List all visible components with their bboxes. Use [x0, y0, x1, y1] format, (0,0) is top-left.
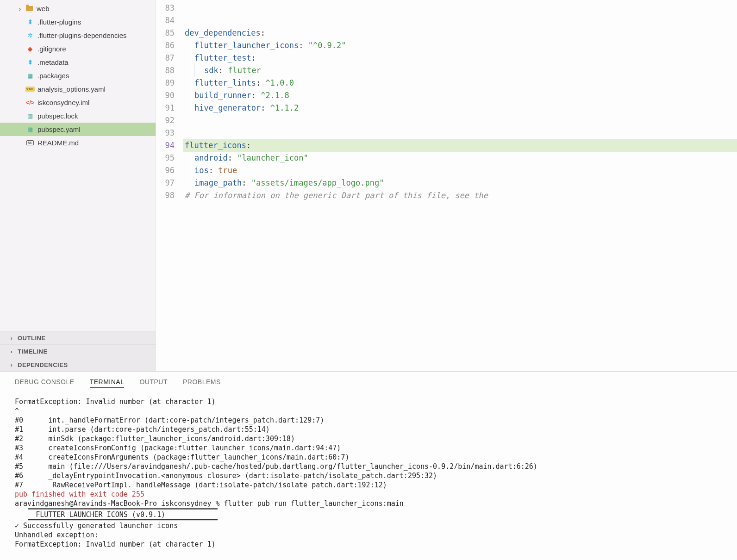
terminal-line: ✓ Successfully generated launcher icons	[15, 521, 722, 530]
code-token: flutter_icons	[185, 141, 246, 150]
sidebar-section[interactable]: ›OUTLINE	[0, 331, 156, 344]
code-line[interactable]	[183, 14, 737, 27]
section-label: DEPENDENCIES	[18, 361, 68, 368]
code-token: :	[242, 178, 251, 187]
code-line[interactable]: flutter_icons:	[183, 139, 737, 152]
code-line[interactable]	[183, 2, 737, 14]
code-editor[interactable]: 83848586878889909192939495969798 dev_dep…	[156, 0, 737, 371]
file-item[interactable]: ✲.flutter-plugins-dependencies	[0, 29, 156, 42]
code-token: build_runner	[194, 91, 251, 100]
code-line[interactable]: build_runner: ^2.1.8	[183, 89, 737, 102]
file-item[interactable]: YMLanalysis_options.yaml	[0, 82, 156, 96]
tree-item-label: iskconsydney.iml	[37, 99, 89, 106]
line-number: 92	[156, 114, 175, 127]
terminal-line: #0 int._handleFormatError (dart:core-pat…	[15, 416, 722, 425]
terminal-line: pub finished with exit code 255	[15, 490, 722, 499]
terminal-line: Unhandled exception:	[15, 530, 722, 540]
file-item[interactable]: </>iskconsydney.iml	[0, 96, 156, 109]
flutter-icon: ⬍	[26, 18, 34, 26]
terminal-line: #1 int.parse (dart:core-patch/integers_p…	[15, 425, 722, 434]
yaml-icon: YML	[26, 85, 34, 93]
code-line[interactable]: android: "launcher_icon"	[183, 152, 737, 164]
terminal-line: #3 createIconsFromConfig (package:flutte…	[15, 443, 722, 453]
line-number: 89	[156, 77, 175, 89]
code-token: hive_generator	[194, 103, 261, 112]
terminal-line: #6 _delayEntrypointInvocation.<anonymous…	[15, 471, 722, 480]
sidebar-section[interactable]: ›TIMELINE	[0, 344, 156, 358]
file-item[interactable]: ◆.gitignore	[0, 42, 156, 56]
code-token: true	[218, 166, 237, 175]
code-token: flutter_lints	[194, 78, 256, 87]
tree-item-label: .flutter-plugins	[37, 18, 81, 26]
git-icon: ◆	[26, 45, 34, 53]
code-line[interactable]	[183, 114, 737, 127]
panel-tabs: DEBUG CONSOLETERMINALOUTPUTPROBLEMS	[0, 372, 737, 391]
line-number: 90	[156, 89, 175, 102]
panel-tab[interactable]: TERMINAL	[90, 378, 125, 388]
sidebar: ›web⬍.flutter-plugins✲.flutter-plugins-d…	[0, 0, 156, 371]
panel-tab[interactable]: OUTPUT	[139, 378, 168, 388]
terminal-line: FormatException: Invalid number (at char…	[15, 540, 722, 549]
folder-item[interactable]: ›web	[0, 2, 156, 15]
code-token: flutter	[228, 66, 261, 75]
code-line[interactable]: flutter_lints: ^1.0.0	[183, 77, 737, 89]
line-number: 96	[156, 164, 175, 177]
line-number: 97	[156, 177, 175, 189]
code-token: ios	[194, 166, 209, 175]
tree-item-label: analysis_options.yaml	[37, 85, 106, 93]
code-token: ^1.1.2	[270, 103, 299, 112]
code-token: :	[256, 78, 265, 87]
code-line[interactable]: flutter_launcher_icons: "^0.9.2"	[183, 39, 737, 52]
code-token: sdk	[204, 66, 219, 75]
file-item[interactable]: ▦.packages	[0, 69, 156, 82]
terminal-line: FLUTTER LAUNCHER ICONS (v0.9.1)	[15, 510, 722, 519]
code-line[interactable]: dev_dependencies:	[183, 27, 737, 39]
code-token: "assets/images/app_logo.png"	[251, 178, 384, 187]
panel-tab[interactable]: PROBLEMS	[183, 378, 221, 388]
code-area[interactable]: dev_dependencies:flutter_launcher_icons:…	[183, 0, 737, 371]
chevron-right-icon: ›	[8, 348, 15, 355]
line-number: 95	[156, 152, 175, 164]
line-number: 93	[156, 127, 175, 139]
code-token: flutter_launcher_icons	[194, 41, 299, 50]
line-number: 86	[156, 39, 175, 52]
code-line[interactable]: ios: true	[183, 164, 737, 177]
tree-item-label: web	[37, 5, 50, 12]
code-line[interactable]: flutter_test:	[183, 52, 737, 64]
code-line[interactable]: image_path: "assets/images/app_logo.png"	[183, 177, 737, 189]
chevron-right-icon: ›	[8, 361, 15, 368]
gear-icon: ✲	[26, 31, 34, 40]
tree-item-label: pubspec.yaml	[37, 125, 81, 133]
code-line[interactable]: hive_generator: ^1.1.2	[183, 102, 737, 114]
section-label: TIMELINE	[18, 348, 48, 355]
code-token: :	[261, 28, 265, 37]
terminal-line: ^	[15, 406, 722, 416]
code-token: android	[194, 153, 228, 162]
file-item[interactable]: M↓README.md	[0, 136, 156, 149]
section-label: OUTLINE	[18, 335, 46, 342]
line-number: 84	[156, 14, 175, 27]
code-line[interactable]: # For information on the generic Dart pa…	[183, 189, 737, 202]
bottom-panel: DEBUG CONSOLETERMINALOUTPUTPROBLEMS Form…	[0, 371, 737, 560]
code-token: :	[261, 103, 270, 112]
code-token: :	[228, 153, 237, 162]
code-token: ^1.0.0	[266, 78, 294, 87]
panel-tab[interactable]: DEBUG CONSOLE	[15, 378, 75, 388]
code-token: :	[299, 41, 308, 50]
terminal-output[interactable]: FormatException: Invalid number (at char…	[0, 391, 737, 560]
line-number: 98	[156, 189, 175, 202]
code-line[interactable]: sdk: flutter	[183, 64, 737, 77]
code-line[interactable]	[183, 127, 737, 139]
file-item[interactable]: ⬍.flutter-plugins	[0, 15, 156, 29]
file-item[interactable]: ▦pubspec.yaml	[0, 123, 156, 136]
file-item[interactable]: ▦pubspec.lock	[0, 109, 156, 123]
file-explorer[interactable]: ›web⬍.flutter-plugins✲.flutter-plugins-d…	[0, 0, 156, 331]
terminal-line: #2 minSdk (package:flutter_launcher_icon…	[15, 434, 722, 443]
terminal-line: aravindganesh@Aravinds-MacBook-Pro iskco…	[15, 499, 722, 508]
tree-item-label: .metadata	[37, 58, 69, 66]
file-item[interactable]: ⬍.metadata	[0, 56, 156, 69]
tree-item-label: .gitignore	[37, 45, 66, 53]
tree-item-label: .packages	[37, 72, 69, 80]
terminal-line: #4 createIconsFromArguments (package:flu…	[15, 453, 722, 462]
sidebar-section[interactable]: ›DEPENDENCIES	[0, 358, 156, 371]
